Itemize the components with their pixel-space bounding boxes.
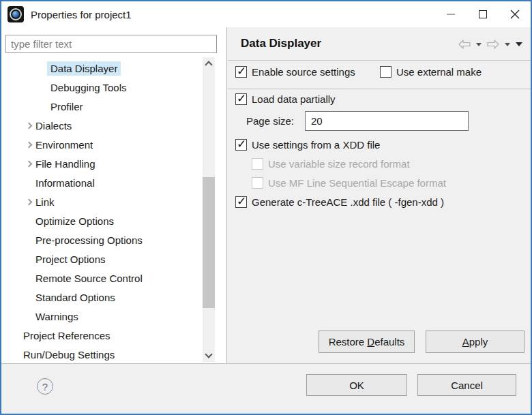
tree-item-warnings[interactable]: Warnings [1,307,203,326]
scrollbar-thumb[interactable] [203,177,215,308]
apply-button[interactable]: Apply [426,331,524,353]
forward-menu-caret-icon[interactable] [505,43,510,46]
tree-item-informational[interactable]: Informational [1,173,203,192]
help-button[interactable]: ? [37,378,53,395]
page-size-input[interactable] [305,111,469,131]
dialog-footer: ? OK Cancel [1,363,531,414]
expand-chevron-icon[interactable] [26,123,33,129]
use-xdd-settings-checkbox[interactable]: ✓ Use settings from a XDD file [235,139,380,151]
tree-item-run-debug-settings[interactable]: Run/Debug Settings [1,345,203,362]
ok-button[interactable]: OK [306,374,407,396]
checkbox-disabled [252,158,263,170]
checkbox[interactable]: ✓ [235,196,247,208]
check-icon: ✓ [237,64,246,78]
expand-chevron-icon[interactable] [26,161,33,168]
properties-dialog: Properties for project1 Data Displayer D… [0,0,532,415]
use-external-make-checkbox[interactable]: Use external make [380,66,482,78]
cancel-button[interactable]: Cancel [417,374,516,396]
title-bar: Properties for project1 [1,1,531,27]
window-controls [434,1,531,27]
tree-item-remote-source-control[interactable]: Remote Source Control [1,268,203,288]
tree-item-file-handling[interactable]: File Handling [1,154,203,173]
tree-item-project-references[interactable]: Project References [1,326,203,345]
variable-size-record-checkbox: Use variable size record format [252,158,410,170]
check-icon: ✓ [237,194,246,208]
checkbox-disabled [252,177,263,189]
tree-scrollbar[interactable] [203,57,215,362]
close-icon [510,10,520,19]
checkbox[interactable]: ✓ [235,93,247,105]
section-separator [228,89,531,89]
header-separator [228,60,531,61]
page-title: Data Displayer [241,37,321,50]
maximize-button[interactable] [467,1,499,27]
tree-item-debugging-tools[interactable]: Debugging Tools [1,78,203,97]
checkbox[interactable] [380,66,391,78]
check-icon: ✓ [237,137,246,151]
scroll-down-icon[interactable] [205,350,212,358]
minimize-button[interactable] [434,1,467,27]
page-panel: Data Displayer ✓ Enable source settings … [226,27,531,363]
tree-item-link[interactable]: Link [1,192,203,211]
window-title: Properties for project1 [31,9,132,20]
tree-item-optimize-options[interactable]: Optimize Options [1,211,203,230]
scroll-up-icon[interactable] [205,61,212,68]
checkbox[interactable]: ✓ [235,139,247,151]
back-arrow-icon[interactable] [458,40,471,49]
view-menu-caret-icon[interactable] [516,42,522,46]
checkbox[interactable]: ✓ [235,66,247,78]
tree-item-standard-options[interactable]: Standard Options [1,288,203,307]
expand-chevron-icon[interactable] [26,142,33,149]
restore-defaults-button[interactable]: Restore Defaults [319,331,415,353]
close-button[interactable] [499,1,531,27]
tree-item-project-options[interactable]: Project Options [1,249,203,268]
tree-item-data-displayer[interactable]: Data Displayer [1,59,203,78]
load-data-partially-checkbox[interactable]: ✓ Load data partially [235,93,336,105]
generate-ctreeace-checkbox[interactable]: ✓ Generate c-TreeACE .xdd file ( -fgen-x… [235,196,444,208]
mf-line-sequential-checkbox: Use MF Line Sequential Escape format [252,177,446,189]
properties-tree: Data Displayer Debugging Tools Profiler … [1,57,203,362]
forward-arrow-icon[interactable] [487,40,499,49]
tree-item-pre-processing-options[interactable]: Pre-processing Options [1,230,203,249]
expand-chevron-icon[interactable] [26,199,33,206]
app-icon [8,6,24,22]
page-size-label: Page size: [246,115,294,127]
tree-item-profiler[interactable]: Profiler [1,97,203,116]
back-menu-caret-icon[interactable] [476,43,482,46]
page-nav-icons [458,40,522,49]
filter-input[interactable] [5,35,217,53]
tree-item-environment[interactable]: Environment [1,135,203,154]
check-icon: ✓ [237,91,246,105]
tree-item-dialects[interactable]: Dialects [1,116,203,135]
page-size-row: Page size: [246,115,294,127]
maximize-icon [479,10,487,18]
help-icon: ? [42,381,48,393]
app-icon-ball [12,11,19,18]
minimize-icon [447,14,455,15]
enable-source-settings-checkbox[interactable]: ✓ Enable source settings [235,66,355,78]
